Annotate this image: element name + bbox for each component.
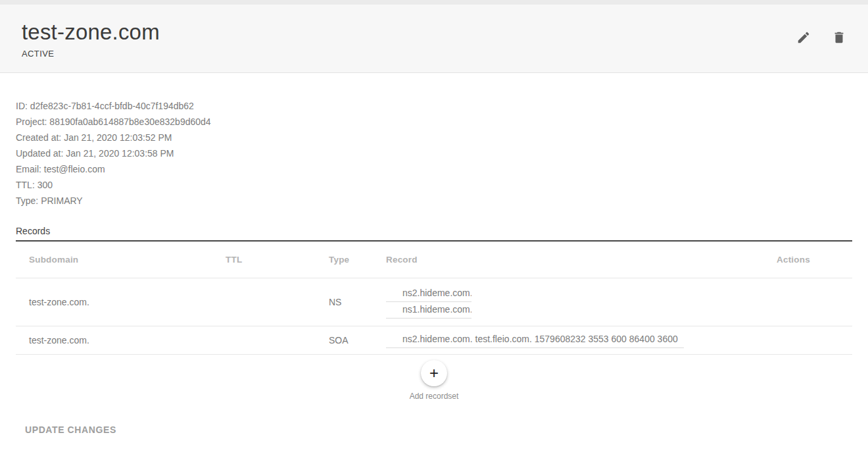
top-strip <box>0 0 868 5</box>
zone-header: test-zone.com ACTIVE <box>0 5 868 73</box>
zone-id: ID: d2fe823c-7b81-4ccf-bfdb-40c7f194db62 <box>16 98 852 114</box>
page-title: test-zone.com <box>22 20 160 45</box>
zone-created-at: Created at: Jan 21, 2020 12:03:52 PM <box>16 130 852 145</box>
update-changes-button[interactable]: UPDATE CHANGES <box>16 418 126 442</box>
row-type: SOA <box>329 335 386 346</box>
row-subdomain: test-zone.com. <box>16 335 226 346</box>
col-header-subdomain: Subdomain <box>16 255 226 265</box>
zone-updated-at: Updated at: Jan 21, 2020 12:03:58 PM <box>16 145 852 161</box>
row-type: NS <box>329 297 386 307</box>
zone-project: Project: 88190fa0ab614887b8e30e832b9d60d… <box>16 114 852 130</box>
add-recordset-button[interactable]: + <box>421 360 447 386</box>
row-subdomain: test-zone.com. <box>16 297 226 307</box>
record-value-input[interactable] <box>386 286 471 302</box>
table-row-ns: test-zone.com. NS <box>16 278 852 326</box>
zone-detail-page: ID: d2fe823c-7b81-4ccf-bfdb-40c7f194db62… <box>0 73 868 442</box>
zone-details: ID: d2fe823c-7b81-4ccf-bfdb-40c7f194db62… <box>16 73 852 209</box>
col-header-record: Record <box>386 255 761 265</box>
header-actions <box>796 31 847 47</box>
records-section: Records Subdomain TTL Type Record Action… <box>16 226 852 401</box>
trash-icon <box>832 30 846 47</box>
col-header-ttl: TTL <box>226 255 329 265</box>
record-value-input[interactable] <box>386 332 684 348</box>
records-heading: Records <box>16 226 852 236</box>
records-table: Subdomain TTL Type Record Actions test-z… <box>16 242 852 355</box>
plus-icon: + <box>429 365 439 381</box>
delete-zone-button[interactable] <box>831 31 847 47</box>
record-values <box>386 286 761 319</box>
add-recordset-label: Add recordset <box>410 392 459 401</box>
col-header-actions: Actions <box>761 255 854 265</box>
status-badge: ACTIVE <box>22 49 160 59</box>
record-value-input[interactable] <box>386 303 471 319</box>
records-table-header: Subdomain TTL Type Record Actions <box>16 242 852 278</box>
zone-email: Email: test@fleio.com <box>16 161 852 177</box>
edit-zone-button[interactable] <box>796 31 811 47</box>
zone-type: Type: PRIMARY <box>16 193 852 209</box>
col-header-type: Type <box>329 255 386 265</box>
table-row-soa: test-zone.com. SOA <box>16 326 852 355</box>
add-recordset-area: + Add recordset <box>16 355 852 401</box>
zone-ttl: TTL: 300 <box>16 177 852 193</box>
pencil-icon <box>796 30 811 47</box>
